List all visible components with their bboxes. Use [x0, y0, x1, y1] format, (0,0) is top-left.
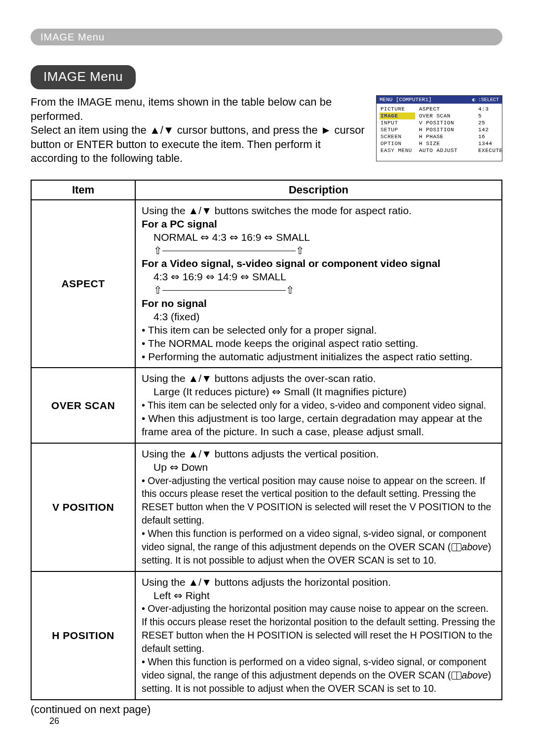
osd-left-item: INPUT	[380, 119, 415, 126]
osd-right-item: 142	[478, 126, 499, 133]
osd-mid-item: AUTO ADJUST	[419, 147, 474, 154]
desc-text: • When this function is performed on a v…	[142, 528, 486, 552]
osd-right-item: 4:3	[478, 106, 499, 113]
osd-left-item: EASY MENU	[380, 147, 415, 154]
breadcrumb: IMAGE Menu	[40, 32, 105, 43]
desc-line: NORMAL ⇔ 4:3 ⇔ 16:9 ⇔ SMALL	[142, 231, 495, 244]
osd-right-item: 5	[478, 113, 499, 119]
desc-line: Using the ▲/▼ buttons switches the mode …	[142, 205, 412, 216]
osd-mid-item: V POSITION	[419, 119, 474, 126]
intro-p2: Select an item using the ▲/▼ cursor butt…	[31, 124, 365, 164]
row-item: H POSITION	[31, 571, 135, 700]
row-desc: Using the ▲/▼ buttons adjusts the over-s…	[135, 368, 502, 443]
th-item: Item	[31, 180, 135, 200]
table-row: ASPECT Using the ▲/▼ buttons switches th…	[31, 200, 502, 368]
intro-p1: From the IMAGE menu, items shown in the …	[31, 96, 332, 122]
row-item: V POSITION	[31, 443, 135, 571]
desc-bullet: • Over-adjusting the horizontal position…	[142, 603, 495, 654]
settings-table: Item Description ASPECT Using the ▲/▼ bu…	[31, 180, 502, 700]
continued-note: (continued on next page)	[31, 703, 502, 716]
breadcrumb-bar: IMAGE Menu	[31, 29, 502, 45]
osd-mid-item: H PHASE	[419, 133, 474, 140]
desc-heading: For a PC signal	[142, 218, 217, 229]
page-number: 26	[49, 716, 502, 726]
desc-line: 4:3 ⇔ 16:9 ⇔ 14:9 ⇔ SMALL	[142, 270, 495, 284]
osd-left-item: PICTURE	[380, 106, 415, 113]
osd-mid-item: H SIZE	[419, 140, 474, 147]
row-desc: Using the ▲/▼ buttons adjusts the horizo…	[135, 571, 502, 700]
table-row: V POSITION Using the ▲/▼ buttons adjusts…	[31, 443, 502, 571]
row-item: OVER SCAN	[31, 368, 135, 443]
book-icon	[452, 672, 461, 680]
loop-arrow: ⇧⇧	[142, 284, 495, 297]
desc-line: Using the ▲/▼ buttons adjusts the over-s…	[142, 373, 376, 384]
desc-line: 4:3 (fixed)	[142, 310, 495, 324]
desc-bullet: • This item can be selected only for a v…	[142, 400, 486, 411]
desc-bullet: • When this adjustment is too large, cer…	[142, 413, 482, 437]
row-desc: Using the ▲/▼ buttons adjusts the vertic…	[135, 443, 502, 571]
osd-preview: MENU [COMPUTER1] ◐ :SELECT PICTURE IMAGE…	[376, 95, 502, 161]
desc-line: Using the ▲/▼ buttons adjusts the vertic…	[142, 448, 379, 459]
desc-line: Using the ▲/▼ buttons adjusts the horizo…	[142, 576, 391, 588]
osd-mid-item: H POSITION	[419, 126, 474, 133]
osd-right-item: 1344	[478, 140, 499, 147]
desc-bullet: • When this function is performed on a v…	[142, 528, 491, 566]
page-title: IMAGE Menu	[31, 65, 136, 89]
desc-text: above	[462, 541, 488, 552]
loop-arrow: ⇧⇧	[142, 244, 495, 258]
osd-title-left: MENU [COMPUTER1]	[380, 97, 432, 103]
desc-text: • When this function is performed on a v…	[142, 656, 486, 680]
osd-left-item: SETUP	[380, 126, 415, 133]
osd-title-right: :SELECT	[478, 97, 499, 103]
desc-bullet: • Performing the automatic adjustment in…	[142, 351, 472, 362]
osd-right-col: 4:3 5 25 142 16 1344 EXECUTE	[478, 106, 499, 154]
th-desc: Description	[135, 180, 502, 200]
osd-left-col: PICTURE IMAGE INPUT SETUP SCREEN OPTION …	[380, 106, 415, 154]
desc-bullet: • When this function is performed on a v…	[142, 656, 491, 694]
osd-mid-item: OVER SCAN	[419, 113, 474, 119]
osd-right-item: 16	[478, 133, 499, 140]
intro-text: From the IMAGE menu, items shown in the …	[31, 95, 367, 166]
desc-heading: For a Video signal, s-video signal or co…	[142, 258, 440, 269]
osd-mid-col: ASPECT OVER SCAN V POSITION H POSITION H…	[419, 106, 474, 154]
row-item: ASPECT	[31, 200, 135, 368]
osd-right-item: 25	[478, 119, 499, 126]
osd-left-item: SCREEN	[380, 133, 415, 140]
desc-bullet: • Over-adjusting the vertical position m…	[142, 475, 491, 526]
osd-left-item: OPTION	[380, 140, 415, 147]
desc-line: Up ⇔ Down	[142, 461, 495, 474]
desc-heading: For no signal	[142, 298, 207, 309]
desc-bullet: • The NORMAL mode keeps the original asp…	[142, 338, 419, 349]
desc-line: Left ⇔ Right	[142, 589, 495, 603]
book-icon	[452, 543, 461, 551]
desc-text: above	[462, 670, 488, 680]
row-desc: Using the ▲/▼ buttons switches the mode …	[135, 200, 502, 368]
table-row: H POSITION Using the ▲/▼ buttons adjusts…	[31, 571, 502, 700]
desc-bullet: • This item can be selected only for a p…	[142, 324, 377, 336]
osd-left-item: IMAGE	[380, 113, 415, 119]
table-row: OVER SCAN Using the ▲/▼ buttons adjusts …	[31, 368, 502, 443]
osd-mid-item: ASPECT	[419, 106, 474, 113]
osd-right-item: EXECUTE	[478, 147, 499, 154]
desc-line: Large (It reduces picture) ⇔ Small (It m…	[142, 385, 495, 399]
nav-icon: ◐	[472, 97, 475, 103]
